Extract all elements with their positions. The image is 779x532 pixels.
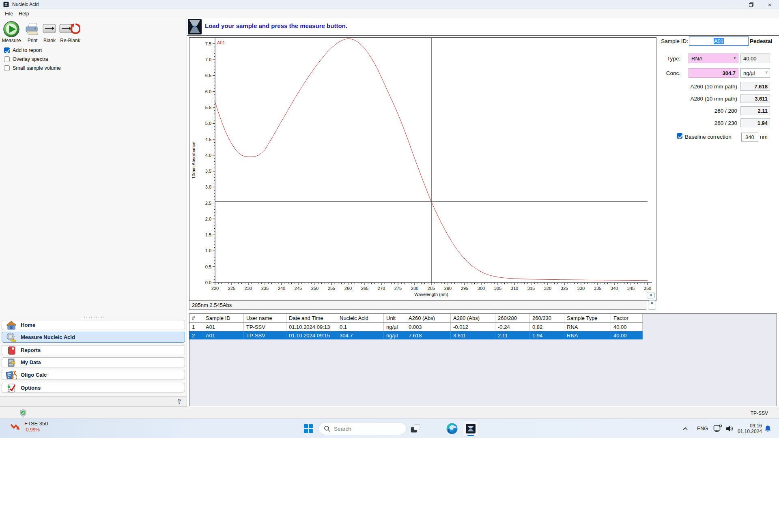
table-row[interactable]: 2A01TP-SSV01.10.2024 09:15304.7ng/µl7.61… <box>189 331 643 340</box>
nucleic-acid-app-button[interactable] <box>463 420 479 437</box>
small-sample-volume-checkbox[interactable] <box>4 65 10 71</box>
a260-label: A260 (10 mm path) <box>674 84 737 90</box>
table-cell: -0.24 <box>495 323 530 331</box>
tray-network[interactable] <box>713 419 722 438</box>
axis-label: 5.0 <box>205 121 211 126</box>
unit-dropdown[interactable]: ng/µl ˅ <box>740 68 770 78</box>
chevron-down-icon: ▼ <box>732 56 737 61</box>
pedestal-mode-label: Pedestal <box>750 38 778 44</box>
column-header[interactable]: Nucleic Acid <box>337 314 384 322</box>
menu-help[interactable]: Help <box>16 10 32 17</box>
baseline-correction-checkbox[interactable] <box>677 133 682 139</box>
close-button[interactable]: × <box>760 0 779 9</box>
active-app-indicator <box>467 435 474 436</box>
column-header[interactable]: Date and Time <box>286 314 337 322</box>
axis-label: 315 <box>527 286 535 291</box>
start-button[interactable] <box>303 423 314 434</box>
spectrum-chart[interactable]: 2202252302352402452502552602652702752802… <box>189 37 656 301</box>
menu-file[interactable]: File <box>2 10 15 17</box>
chevron-overflow-icon[interactable]: »▾ <box>178 397 181 405</box>
ratio-260-280-label: 260 / 280 <box>674 108 737 114</box>
axis-label: 0.5 <box>205 264 211 269</box>
sidebar-item-reports[interactable]: Reports <box>2 345 185 355</box>
table-cell: 7.618 <box>406 331 451 339</box>
table-cell: 2.11 <box>495 331 530 339</box>
sidebar-item-measure-nucleic-acid[interactable]: Measure Nucleic Acid <box>2 332 185 343</box>
column-header[interactable]: Sample Type <box>564 314 611 322</box>
add-to-report-checkbox[interactable] <box>4 47 10 53</box>
conc-input[interactable]: 304.7 <box>689 68 738 78</box>
a260-value: 7.618 <box>740 82 770 91</box>
restore-button[interactable] <box>742 0 760 9</box>
chevron-expand-table-icon[interactable]: » <box>648 300 656 310</box>
column-header[interactable]: Unit <box>384 314 406 322</box>
spectrum-plot[interactable]: 2202252302352402452502552602652702752802… <box>189 38 655 300</box>
stocks-trend-icon <box>10 421 21 432</box>
chevron-collapse-icon[interactable]: « <box>647 292 655 298</box>
column-header[interactable]: 260/280 <box>495 314 530 322</box>
small-sample-volume-label: Small sample volume <box>13 65 61 71</box>
unit-value: ng/µl <box>743 70 755 76</box>
edge-browser-button[interactable] <box>445 423 458 435</box>
tray-volume[interactable] <box>725 419 734 438</box>
search-input[interactable] <box>334 426 395 432</box>
table-row[interactable]: 1A01TP-SSV01.10.2024 09:130.1ng/µl0.003-… <box>189 323 643 331</box>
security-shield-icon <box>19 409 27 417</box>
baseline-wavelength-input[interactable]: 340 <box>741 133 758 142</box>
table-cell: ng/µl <box>384 331 406 339</box>
type-label: Type: <box>657 56 680 62</box>
axis-label: 330 <box>577 286 585 291</box>
tray-clock[interactable]: 09:16 01.10.2024 <box>735 419 762 438</box>
reblank-button[interactable] <box>59 24 80 36</box>
blank-button[interactable] <box>43 24 56 34</box>
type-dropdown[interactable]: RNA ▼ <box>689 54 738 63</box>
tray-notifications[interactable] <box>764 419 771 438</box>
sidebar-item-my-data[interactable]: My Data <box>2 357 185 367</box>
table-cell: TP-SSV <box>244 331 286 339</box>
print-button[interactable] <box>24 22 40 36</box>
axis-label: 310 <box>511 286 518 291</box>
axis-label: 7.0 <box>205 57 211 62</box>
table-cell: -0.012 <box>451 323 495 331</box>
sidebar-item-label: Reports <box>21 347 41 353</box>
overlay-spectra-checkbox[interactable] <box>4 56 10 62</box>
axis-label: 275 <box>394 286 402 291</box>
sidebar-item-label: Oligo Calc <box>21 372 47 378</box>
table-cell: 40.00 <box>611 323 643 331</box>
bell-icon <box>764 425 771 432</box>
taskbar-widget[interactable]: FTSE 350 -0.99% <box>10 420 48 433</box>
sidebar-item-home[interactable]: Home <box>2 320 185 330</box>
tray-language[interactable]: ENG <box>697 419 708 438</box>
sidebar-item-label: My Data <box>21 359 41 365</box>
axis-label: 350 <box>644 286 651 291</box>
splitter-handle[interactable] <box>83 317 104 319</box>
sidebar-item-oligo-calc[interactable]: Oligo Calc <box>2 370 185 380</box>
cursor-readout-field[interactable]: 285nm 2.545Abs <box>189 301 646 310</box>
column-header[interactable]: # <box>189 314 203 322</box>
blank-button-label: Blank <box>40 38 59 43</box>
instruction-message: Load your sample and press the measure b… <box>205 22 347 29</box>
column-header[interactable]: A280 (Abs) <box>451 314 495 322</box>
options-check-icon <box>5 384 17 393</box>
axis-label: 1.5 <box>205 232 211 237</box>
axis-label: 265 <box>361 286 368 291</box>
axis-label: 3.5 <box>205 169 211 174</box>
axis-label: 255 <box>328 286 335 291</box>
axis-label: 295 <box>461 286 468 291</box>
clock-time: 09:16 <box>738 423 762 429</box>
tray-show-hidden[interactable] <box>682 419 688 438</box>
column-header[interactable]: Sample ID <box>203 314 244 322</box>
sample-panel: Sample ID: A01 Pedestal Type: RNA ▼ 40.0… <box>657 37 779 301</box>
column-header[interactable]: 260/230 <box>530 314 564 322</box>
task-view-button[interactable] <box>409 423 422 434</box>
factor-field: 40.00 <box>740 54 770 63</box>
column-header[interactable]: Factor <box>611 314 643 322</box>
sidebar-item-options[interactable]: Options <box>2 383 185 393</box>
minimize-button[interactable]: – <box>723 0 742 9</box>
series-label: A01 <box>217 40 225 45</box>
sample-id-input[interactable]: A01 <box>689 36 749 46</box>
measure-button[interactable] <box>2 20 20 38</box>
taskbar-search[interactable] <box>318 422 407 435</box>
column-header[interactable]: User name <box>244 314 286 322</box>
column-header[interactable]: A260 (Abs) <box>406 314 451 322</box>
